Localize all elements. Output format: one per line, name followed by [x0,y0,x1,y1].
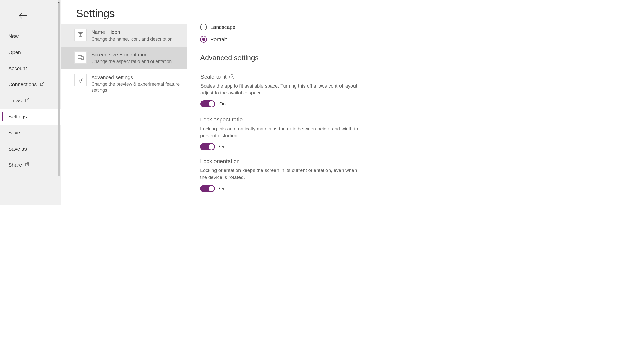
category-advanced[interactable]: Advanced settings Change the preview & e… [61,69,187,98]
orientation-portrait[interactable]: Portrait [200,36,373,43]
sidebar-item-open[interactable]: Open [0,44,61,60]
setting-title-text: Lock aspect ratio [200,116,243,123]
sidebar-item-label: Save as [8,146,27,152]
back-button[interactable] [0,0,61,28]
orientation-group: Landscape Portrait [200,0,373,43]
toggle-label: On [219,101,226,107]
external-link-icon [25,162,30,168]
sidebar-item-label: Save [8,130,20,136]
category-screen-size[interactable]: Screen size + orientation Change the asp… [61,47,187,69]
setting-desc: Locking this automatically maintains the… [200,126,363,139]
sidebar-item-connections[interactable]: Connections [0,77,61,93]
toggle-label: On [219,144,225,150]
sidebar-item-label: Share [8,162,22,168]
setting-desc: Locking orientation keeps the screen in … [200,167,363,181]
category-title: Name + icon [91,29,172,35]
toggle-lock-orientation[interactable] [200,185,215,192]
radio-icon [200,36,207,43]
svg-line-2 [42,82,44,84]
sidebar-item-label: Connections [8,82,37,88]
svg-line-4 [27,98,29,100]
orientation-landscape[interactable]: Landscape [200,24,373,30]
arrow-left-icon [18,10,28,21]
svg-point-13 [80,79,82,81]
external-link-icon [25,98,29,104]
setting-desc: Scales the app to fit available space. T… [200,83,364,96]
category-desc: Change the aspect ratio and orientation [91,59,172,65]
setting-lock-aspect-ratio: Lock aspect ratio Locking this automatic… [200,116,373,150]
scrollbar-up-arrow[interactable]: ▲ [58,0,60,3]
sidebar-item-save[interactable]: Save [0,125,61,141]
page-title: Settings [61,0,187,24]
toggle-scale-to-fit[interactable] [200,100,215,107]
toggle-lock-aspect-ratio[interactable] [200,143,215,150]
screen-size-icon [74,51,87,64]
help-icon[interactable]: ? [229,74,234,79]
svg-rect-12 [81,57,83,60]
advanced-settings-heading: Advanced settings [200,54,373,62]
highlighted-setting-scale-to-fit: Scale to fit ? Scales the app to fit ava… [199,67,373,114]
svg-rect-11 [78,56,82,59]
sidebar-item-account[interactable]: Account [0,60,61,77]
settings-categories: Settings Name + icon Change the name, ic… [61,0,187,205]
category-desc: Change the preview & experimental featur… [91,81,182,93]
setting-title-text: Lock orientation [200,158,240,165]
sidebar-item-label: New [8,33,19,39]
sidebar: ▲ New Open Account Connections Flows Set… [0,0,61,205]
sidebar-item-flows[interactable]: Flows [0,93,61,109]
name-icon-icon [74,29,87,41]
radio-icon [200,24,207,30]
category-title: Screen size + orientation [91,52,172,58]
category-desc: Change the name, icon, and description [91,36,172,42]
setting-title-text: Scale to fit [200,73,227,80]
sidebar-item-new[interactable]: New [0,28,61,44]
category-name-icon[interactable]: Name + icon Change the name, icon, and d… [61,24,187,47]
sidebar-item-label: Open [8,50,21,55]
radio-label: Portrait [210,36,227,42]
external-link-icon [40,82,44,88]
setting-lock-orientation: Lock orientation Locking orientation kee… [200,158,373,192]
sidebar-item-share[interactable]: Share [0,157,61,173]
sidebar-item-label: Flows [8,98,22,104]
category-title: Advanced settings [91,75,182,80]
sidebar-item-save-as[interactable]: Save as [0,141,61,157]
sidebar-item-label: Settings [8,114,27,120]
settings-detail-panel: Landscape Portrait Advanced settings Sca… [187,0,386,205]
sidebar-item-settings[interactable]: Settings [0,109,61,125]
gear-icon [74,74,87,86]
toggle-label: On [219,186,225,191]
sidebar-item-label: Account [8,66,27,71]
radio-label: Landscape [210,24,235,30]
svg-line-6 [27,163,29,165]
setting-scale-to-fit: Scale to fit ? Scales the app to fit ava… [200,73,366,107]
